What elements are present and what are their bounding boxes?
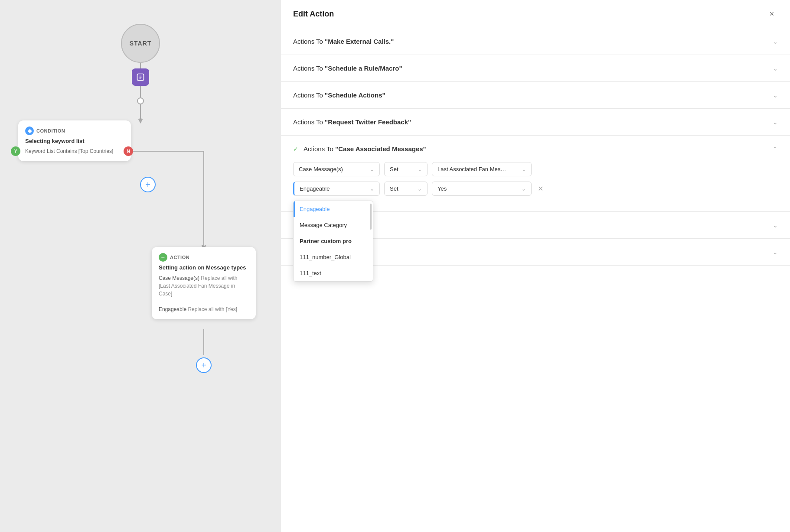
chevron-down-icon: ⌄ — [522, 186, 526, 192]
section-case-associated-messages-title: Actions To "Case Associated Messages" — [304, 145, 426, 152]
check-icon: ✓ — [293, 146, 298, 152]
section-schedule-actions-title: Actions To "Schedule Actions" — [293, 91, 385, 99]
connector-circle — [137, 97, 144, 104]
chevron-down-icon: ⌄ — [418, 166, 422, 172]
add-step-button-n[interactable]: + — [140, 177, 156, 192]
flow-panel: START ◆ CONDITION Selecting keyword list… — [0, 0, 281, 532]
yes-badge: Y — [11, 146, 20, 156]
chevron-down-icon: ⌄ — [773, 65, 778, 72]
chevron-down-icon: ⌄ — [773, 222, 778, 229]
edit-header: Edit Action × — [281, 0, 790, 28]
action-header: → ACTION — [159, 253, 249, 262]
condition-title: Selecting keyword list — [25, 138, 124, 144]
value-select-engageable[interactable]: Yes ⌄ — [432, 182, 532, 196]
dropdown-option-message-category[interactable]: Message Category — [294, 217, 373, 233]
section-request-twitter-header[interactable]: Actions To "Request Twitter Feedback" ⌄ — [281, 109, 790, 135]
accordion-body-case-messages: Case Message(s) ⌄ Set ⌄ Last Associated … — [281, 162, 790, 211]
dropdown-option-partner-custom[interactable]: Partner custom pro — [294, 233, 373, 249]
action-row-engageable: Engageable ⌄ Set ⌄ Yes ⌄ ✕ — [293, 182, 778, 196]
section-schedule-actions: Actions To "Schedule Actions" ⌄ — [281, 82, 790, 109]
chevron-down-icon: ⌄ — [370, 186, 374, 192]
dropdown-option-111-text[interactable]: 111_text — [294, 265, 373, 281]
section-make-external-calls-header[interactable]: Actions To "Make External Calls." ⌄ — [281, 28, 790, 55]
scrollbar — [370, 204, 372, 230]
chevron-down-icon: ⌄ — [773, 92, 778, 99]
section-schedule-rule-header[interactable]: Actions To "Schedule a Rule/Macro" ⌄ — [281, 55, 790, 81]
operator-select-case-messages[interactable]: Set ⌄ — [384, 162, 428, 176]
section-request-twitter: Actions To "Request Twitter Feedback" ⌄ — [281, 109, 790, 136]
remove-row-button[interactable]: ✕ — [538, 185, 543, 193]
chevron-down-icon: ⌄ — [418, 186, 422, 192]
action-title: Setting action on Message types — [159, 264, 249, 271]
section-schedule-actions-header[interactable]: Actions To "Schedule Actions" ⌄ — [281, 82, 790, 108]
section-make-external-calls: Actions To "Make External Calls." ⌄ — [281, 28, 790, 55]
section-case-associated-messages: ✓ Actions To "Case Associated Messages" … — [281, 136, 790, 212]
action-row-case-messages: Case Message(s) ⌄ Set ⌄ Last Associated … — [293, 162, 778, 176]
value-select-case-messages[interactable]: Last Associated Fan Message i... ⌄ — [432, 162, 532, 176]
close-button[interactable]: × — [766, 8, 778, 20]
field-select-engageable[interactable]: Engageable ⌄ — [293, 182, 380, 196]
add-step-button-bottom[interactable]: + — [196, 357, 212, 373]
edit-content: Actions To "Make External Calls." ⌄ Acti… — [281, 28, 790, 532]
section-case-associated-messages-header[interactable]: ✓ Actions To "Case Associated Messages" … — [281, 136, 790, 162]
section-request-twitter-title: Actions To "Request Twitter Feedback" — [293, 118, 411, 126]
chevron-down-icon: ⌄ — [773, 249, 778, 256]
chevron-down-icon: ⌄ — [522, 166, 526, 172]
field-dropdown-popup: Engageable Message Category Partner cust… — [293, 201, 373, 282]
chevron-up-icon: ⌃ — [773, 146, 778, 152]
condition-icon: ◆ — [25, 127, 34, 135]
action-icon: → — [159, 253, 167, 262]
panel-title: Edit Action — [293, 10, 334, 19]
chevron-down-icon: ⌄ — [773, 38, 778, 45]
section-schedule-rule-title: Actions To "Schedule a Rule/Macro" — [293, 65, 402, 72]
condition-body: Keyword List Contains [Top Countries] — [25, 148, 124, 155]
chevron-down-icon: ⌄ — [773, 119, 778, 126]
condition-header: ◆ CONDITION — [25, 127, 124, 135]
condition-node[interactable]: ◆ CONDITION Selecting keyword list Keywo… — [18, 120, 131, 161]
no-badge: N — [124, 146, 133, 156]
dropdown-option-engageable[interactable]: Engageable — [294, 201, 373, 217]
dropdown-option-111-number-global[interactable]: 111_number_Global — [294, 249, 373, 265]
operator-select-engageable[interactable]: Set ⌄ — [384, 182, 428, 196]
start-node: START — [121, 24, 160, 63]
trigger-icon-node[interactable] — [132, 68, 149, 86]
edit-panel: Edit Action × Actions To "Make External … — [281, 0, 790, 532]
section-make-external-calls-title: Actions To "Make External Calls." — [293, 38, 394, 45]
action-body: Case Message(s) Replace all with [Last A… — [159, 274, 249, 313]
section-schedule-rule: Actions To "Schedule a Rule/Macro" ⌄ — [281, 55, 790, 82]
chevron-down-icon: ⌄ — [370, 166, 374, 172]
action-node[interactable]: → ACTION Setting action on Message types… — [152, 247, 256, 319]
field-select-case-messages[interactable]: Case Message(s) ⌄ — [293, 162, 380, 176]
